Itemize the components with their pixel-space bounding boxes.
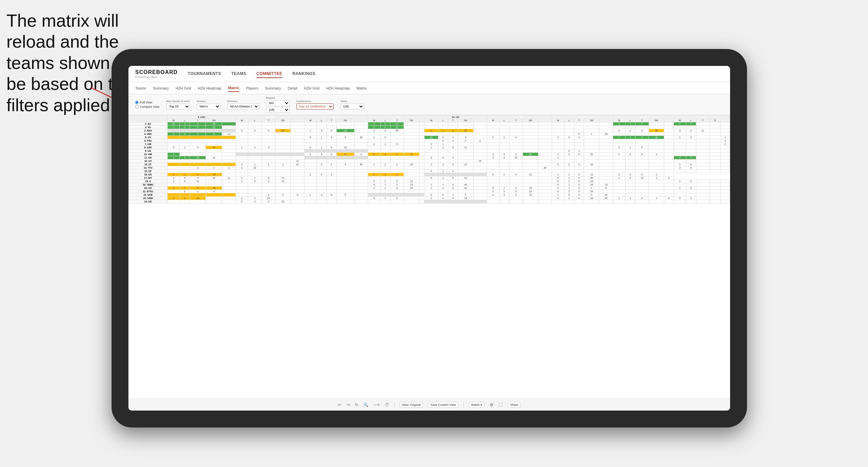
max-teams-filter: Max teams in view Top 25: [166, 100, 190, 109]
col-header-ua: 11. UA: [304, 116, 368, 119]
save-custom-label: Save Custom View: [430, 403, 456, 407]
nav-rankings[interactable]: RANKINGS: [292, 70, 315, 78]
table-row: 21. ETSU 010 01015 02034: [129, 190, 730, 193]
col-header-ucla: 31. UCLA: [552, 116, 613, 119]
table-row: 20. UG 110-34 01023 11040 01015 31010 10: [129, 187, 730, 190]
table-row: 4. UNC 101011 0129: [129, 132, 730, 136]
conference-filter: Conference Pac-12 Conference: [296, 100, 334, 109]
table-row: 5. UT 014035 10 22010 110 201 11040 102: [129, 136, 730, 139]
subnav-h2h-grid2[interactable]: H2H Grid: [304, 85, 319, 92]
table-row: 7. UM 010 01 2: [129, 143, 730, 146]
matrix-wrapper[interactable]: 3. ASU 10. UW 11. UA 22. UCB 24. UO 27. …: [128, 115, 730, 398]
view-original-btn[interactable]: View: Original: [400, 402, 423, 408]
division-select[interactable]: NCAA Division I: [227, 103, 259, 109]
settings-icon[interactable]: ⚙: [490, 402, 493, 407]
rank-header: [129, 119, 168, 122]
watch-label: Watch: [471, 403, 480, 407]
team-filter: Team (All): [340, 100, 364, 109]
table-row: 11. UA 101010 340 0320 1 30: [129, 156, 730, 159]
share-label: Share: [510, 403, 518, 407]
table-row: 23. UNM 20-21 2025 010 01010 0101035 140…: [129, 197, 730, 200]
table-row: 12. UV 10 15: [129, 159, 730, 163]
redo-icon[interactable]: ↪: [346, 402, 350, 407]
col-header-uu: 54. UU: [613, 116, 674, 119]
region-label: Region: [266, 96, 290, 99]
view-toggle: Full View Compact View: [135, 101, 160, 108]
max-teams-label: Max teams in view: [166, 100, 190, 103]
col-header-ucb: 22. UCB: [368, 116, 424, 119]
fullscreen-icon[interactable]: ⛶: [499, 402, 503, 407]
subnav-matrix[interactable]: Matrix: [228, 84, 239, 92]
matrix-content: 3. ASU 10. UW 11. UA 22. UCB 24. UO 27. …: [128, 115, 730, 398]
logo-title: SCOREBOARD: [135, 69, 178, 75]
table-row: 14. TTU 211 122 29 30: [129, 166, 730, 170]
subnav-matrix2[interactable]: Matrix: [357, 85, 367, 92]
max-teams-select[interactable]: Top 25: [166, 103, 190, 109]
region-all-select[interactable]: (All): [266, 107, 290, 113]
logo-area: SCOREBOARD Powered by clippd: [135, 69, 178, 78]
view-original-label: View: Original: [402, 403, 420, 407]
table-row: 2. VU 12012 2027: [129, 126, 730, 129]
col-header-su: 27. SU: [487, 116, 552, 119]
compact-view-radio[interactable]: Compact View: [135, 105, 160, 108]
zoom-controls[interactable]: —+: [373, 402, 380, 407]
subnav-players[interactable]: Players: [246, 85, 258, 92]
subnav-summary[interactable]: Summary: [153, 85, 169, 92]
team-label: Team: [340, 100, 364, 103]
gender-filter: Gender Men's: [197, 100, 220, 109]
watch-btn[interactable]: Watch ▾: [469, 402, 485, 408]
region-filter: Region N/A (All): [266, 96, 290, 113]
table-row: 16. UO 210-14 201 110 01011 11011 0201: [129, 173, 730, 176]
team-select[interactable]: (All): [340, 103, 364, 109]
conference-label: Conference: [296, 100, 334, 103]
top-nav: SCOREBOARD Powered by clippd TOURNAMENTS…: [128, 66, 730, 82]
full-view-radio[interactable]: Full View: [135, 101, 160, 104]
matrix-table: 3. ASU 10. UW 11. UA 22. UCB 24. UO 27. …: [128, 115, 730, 203]
subnav-summary2[interactable]: Summary: [265, 85, 281, 92]
table-row: 22. UCB 140 1405 0010 01010 103044: [129, 193, 730, 197]
table-row: 18. U 2011 10011 01010 01013 10: [129, 180, 730, 183]
nav-tournaments[interactable]: TOURNAMENTS: [188, 70, 221, 78]
col-header-uo: 24. UO: [425, 116, 487, 119]
table-row: 9. UA 01: [129, 149, 730, 153]
undo-icon[interactable]: ↩: [338, 402, 341, 407]
col-subheader-row: WLTDif WLTDif WLTDif WLTDif WLTDif WLTDi…: [129, 119, 730, 122]
subnav-h2h-heatmap2[interactable]: H2H Heatmap: [326, 85, 350, 92]
table-row: 10. UW 4 130113 04171 25066 12051 1451: [129, 153, 730, 156]
table-row: 6. FSU 0101 2: [129, 139, 730, 143]
share-btn[interactable]: Share: [508, 402, 521, 408]
region-select[interactable]: N/A: [266, 100, 290, 106]
col-header-asu: 3. ASU: [167, 116, 236, 119]
filter-area: Full View Compact View Max teams in view…: [128, 94, 730, 115]
conference-select[interactable]: Pac-12 Conference: [296, 103, 334, 109]
clock-icon[interactable]: ⏱: [385, 402, 389, 407]
col-header-row: 3. ASU 10. UW 11. UA 22. UCB 24. UO 27. …: [129, 116, 730, 119]
subnav-detail[interactable]: Detail: [288, 85, 297, 92]
zoom-out-icon[interactable]: 🔍: [363, 402, 368, 407]
sub-nav: Teams Summary H2H Grid H2H Heatmap Matri…: [128, 82, 730, 94]
nav-teams[interactable]: TEAMS: [231, 70, 246, 78]
division-filter: Division NCAA Division I: [227, 100, 259, 109]
col-header-osu: 57. OSU: [674, 116, 730, 119]
toolbar: ↩ ↪ ↻ 🔍 —+ ⏱ View: Original Save Custom …: [128, 398, 730, 411]
nav-items: TOURNAMENTS TEAMS COMMITTEE RANKINGS: [188, 70, 316, 78]
subnav-h2h-grid[interactable]: H2H Grid: [175, 85, 191, 92]
table-row: 1. AU W2025 2027: [129, 122, 730, 126]
table-row: 8. UAF 01014 120 01015 11011 010: [129, 146, 730, 149]
separator-2: [463, 401, 464, 408]
watch-chevron: ▾: [481, 403, 482, 407]
col-header-uw: 10. UW: [236, 116, 304, 119]
tablet-screen: SCOREBOARD Powered by clippd TOURNAMENTS…: [128, 66, 730, 411]
empty-corner: [129, 116, 168, 119]
nav-committee[interactable]: COMMITTEE: [257, 70, 283, 78]
table-row: 24. UO 02029: [129, 200, 730, 203]
refresh-icon[interactable]: ↻: [355, 402, 358, 407]
save-custom-btn[interactable]: Save Custom View: [428, 402, 458, 408]
subnav-teams[interactable]: Teams: [135, 85, 146, 92]
separator-1: [394, 401, 394, 408]
subnav-h2h-heatmap[interactable]: H2H Heatmap: [198, 85, 221, 92]
table-row: 17. GIT 1001011 11011 01010 01030 101310: [129, 176, 730, 180]
gender-select[interactable]: Men's: [197, 103, 220, 109]
table-row: 13. UT 211122 02036 12026 22012 02019 10: [129, 163, 730, 166]
table-row: 19. TAMU 01023 11040 0101015: [129, 183, 730, 187]
